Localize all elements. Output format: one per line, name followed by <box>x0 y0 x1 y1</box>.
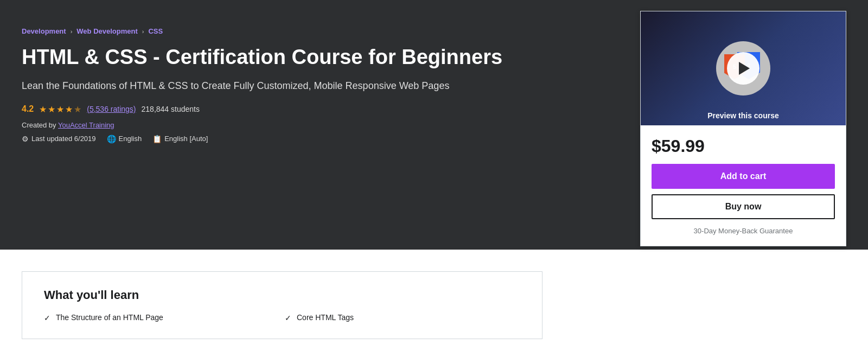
bottom-area: What you'll learn ✓ The Structure of an … <box>0 250 868 339</box>
meta-captions: 📋 English [Auto] <box>152 135 208 143</box>
what-learn-title: What you'll learn <box>44 288 520 302</box>
meta-updated: ⚙ Last updated 6/2019 <box>22 135 96 143</box>
card-body: $59.99 Add to cart Buy now 30-Day Money-… <box>641 125 846 246</box>
guarantee-text: 30-Day Money-Back Guarantee <box>652 227 835 235</box>
rating-score: 4.2 <box>22 104 34 114</box>
breadcrumb-development[interactable]: Development <box>22 27 66 35</box>
created-by: Created by YouAccel Training <box>22 121 502 129</box>
created-by-label: Created by <box>22 121 56 129</box>
captions-icon: 📋 <box>152 135 162 143</box>
check-icon-1: ✓ <box>44 314 50 322</box>
what-learn-box: What you'll learn ✓ The Structure of an … <box>22 271 542 339</box>
rating-row: 4.2 ★ ★ ★ ★ ★ (5,536 ratings) 218,844 st… <box>22 104 502 114</box>
preview-label: Preview this course <box>641 111 846 120</box>
play-button[interactable] <box>727 52 760 85</box>
course-price: $59.99 <box>652 136 835 156</box>
course-title: HTML & CSS - Certification Course for Be… <box>22 45 502 70</box>
course-card: 3 5 Preview this course $59.99 Add to ca… <box>640 11 846 246</box>
course-subtitle: Lean the Foundations of HTML & CSS to Cr… <box>22 79 456 93</box>
author-link[interactable]: YouAccel Training <box>58 121 114 129</box>
hero-section: Development › Web Development › CSS HTML… <box>0 0 868 250</box>
globe-icon: 🌐 <box>107 135 116 143</box>
learn-item-core-tags: ✓ Core HTML Tags <box>285 313 520 322</box>
breadcrumb-sep-1: › <box>71 28 73 35</box>
star-1: ★ <box>39 104 47 114</box>
meta-row: ⚙ Last updated 6/2019 🌐 English 📋 Englis… <box>22 135 502 143</box>
learn-grid: ✓ The Structure of an HTML Page ✓ Core H… <box>44 313 520 322</box>
preview-bg: 3 5 <box>641 11 846 125</box>
stars: ★ ★ ★ ★ ★ <box>39 104 81 114</box>
star-3: ★ <box>56 104 64 114</box>
learn-item-structure: ✓ The Structure of an HTML Page <box>44 313 279 322</box>
last-updated-text: Last updated 6/2019 <box>31 135 96 143</box>
captions-text: English [Auto] <box>164 135 208 143</box>
add-to-cart-button[interactable]: Add to cart <box>652 164 835 189</box>
course-preview[interactable]: 3 5 Preview this course <box>641 11 846 125</box>
play-icon <box>739 62 750 75</box>
students-count: 218,844 students <box>142 105 200 113</box>
learn-item-text-2: Core HTML Tags <box>297 313 354 322</box>
breadcrumb-sep-2: › <box>142 28 144 35</box>
star-2: ★ <box>48 104 55 114</box>
hero-content: Development › Web Development › CSS HTML… <box>22 22 502 143</box>
breadcrumb-web-development[interactable]: Web Development <box>76 27 137 35</box>
star-half: ★ <box>74 104 81 114</box>
meta-language: 🌐 English <box>107 135 142 143</box>
calendar-icon: ⚙ <box>22 135 29 143</box>
check-icon-2: ✓ <box>285 314 291 322</box>
ratings-link[interactable]: (5,536 ratings) <box>87 105 136 113</box>
breadcrumb: Development › Web Development › CSS <box>22 27 502 35</box>
breadcrumb-css[interactable]: CSS <box>148 27 163 35</box>
language-text: English <box>119 135 142 143</box>
buy-now-button[interactable]: Buy now <box>652 194 835 219</box>
star-4: ★ <box>65 104 73 114</box>
learn-item-text-1: The Structure of an HTML Page <box>56 313 163 322</box>
